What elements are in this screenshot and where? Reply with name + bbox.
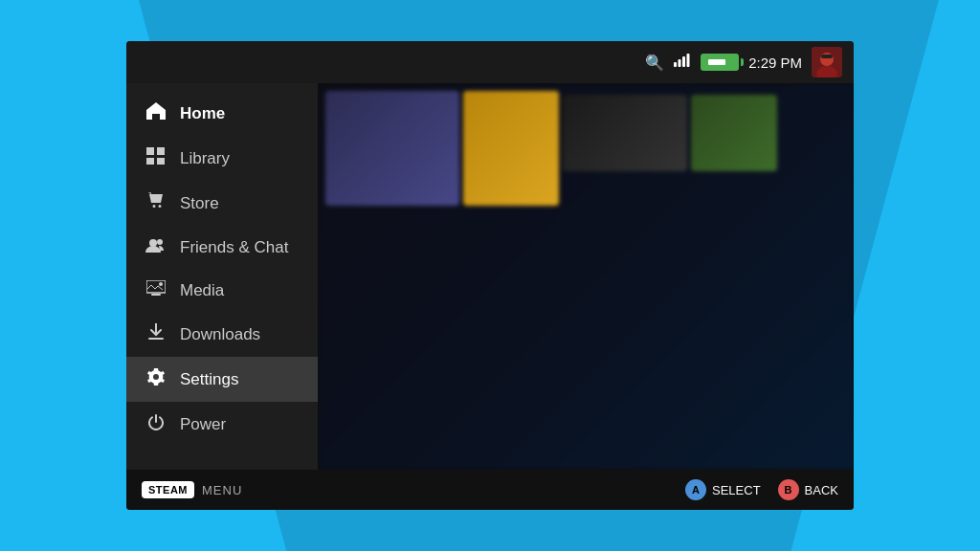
sidebar-item-settings-label: Settings — [180, 370, 238, 389]
svg-point-19 — [159, 282, 163, 286]
status-icons: 🔍 2:29 PM — [645, 47, 842, 77]
select-label: SELECT — [712, 483, 761, 497]
main-content: Home Library — [126, 83, 854, 470]
svg-rect-14 — [146, 158, 154, 165]
b-button[interactable]: B — [778, 479, 799, 500]
signal-icon — [674, 54, 691, 71]
sidebar-item-power-label: Power — [180, 415, 226, 434]
settings-icon — [145, 368, 167, 390]
sidebar-item-power[interactable]: Power — [126, 402, 318, 447]
top-bar: 🔍 2:29 PM — [126, 41, 854, 83]
sidebar-item-downloads-label: Downloads — [180, 325, 260, 344]
select-action[interactable]: A SELECT — [685, 479, 761, 500]
svg-rect-7 — [729, 60, 732, 64]
game-thumbnail-4 — [691, 95, 777, 171]
battery-icon — [701, 54, 739, 71]
time-display: 2:29 PM — [748, 55, 802, 71]
svg-rect-0 — [674, 62, 677, 67]
back-action[interactable]: B BACK — [778, 479, 838, 500]
a-button-label: A — [692, 484, 700, 496]
a-button[interactable]: A — [685, 479, 706, 500]
svg-rect-20 — [151, 294, 161, 296]
game-thumbnail-2 — [463, 91, 559, 206]
svg-rect-2 — [682, 56, 685, 67]
sidebar-item-store[interactable]: Store — [126, 181, 318, 226]
steam-logo: STEAM — [142, 481, 194, 498]
svg-point-16 — [149, 239, 157, 247]
sidebar-item-friends-label: Friends & Chat — [180, 238, 288, 257]
game-thumbnails — [318, 83, 854, 470]
svg-rect-3 — [687, 54, 690, 67]
sidebar-item-store-label: Store — [180, 194, 219, 213]
svg-rect-11 — [821, 55, 833, 58]
sidebar-item-library-label: Library — [180, 149, 230, 168]
home-icon — [145, 102, 167, 124]
sidebar-item-media[interactable]: Media — [126, 269, 318, 312]
b-button-label: B — [785, 484, 792, 496]
friends-icon — [145, 237, 167, 257]
store-icon — [145, 192, 167, 214]
bottom-bar: STEAM MENU A SELECT B BACK — [126, 470, 854, 510]
library-icon — [145, 147, 167, 169]
svg-rect-15 — [157, 158, 165, 165]
sidebar: Home Library — [126, 83, 318, 470]
sidebar-item-home-label: Home — [180, 104, 225, 123]
tv-frame: 🔍 2:29 PM — [126, 41, 854, 510]
power-icon — [145, 413, 167, 435]
steam-menu-badge[interactable]: STEAM MENU — [142, 481, 242, 498]
avatar[interactable] — [812, 47, 842, 77]
sidebar-item-downloads[interactable]: Downloads — [126, 312, 318, 357]
media-icon — [145, 280, 167, 300]
back-label: BACK — [805, 483, 838, 497]
menu-label: MENU — [202, 483, 242, 497]
svg-point-17 — [157, 239, 163, 245]
game-thumbnail-3 — [563, 95, 687, 171]
sidebar-item-media-label: Media — [180, 281, 224, 300]
sidebar-item-library[interactable]: Library — [126, 136, 318, 181]
sidebar-item-friends[interactable]: Friends & Chat — [126, 226, 318, 269]
svg-rect-21 — [148, 338, 164, 340]
sidebar-item-settings[interactable]: Settings — [126, 357, 318, 402]
sidebar-item-home[interactable]: Home — [126, 91, 318, 136]
bottom-actions: A SELECT B BACK — [685, 479, 838, 500]
svg-rect-12 — [146, 147, 154, 155]
downloads-icon — [145, 323, 167, 345]
search-icon[interactable]: 🔍 — [645, 54, 664, 72]
avatar-image — [812, 47, 842, 77]
svg-rect-6 — [708, 59, 725, 65]
svg-rect-13 — [157, 147, 165, 155]
game-thumbnail-1 — [325, 91, 459, 206]
svg-rect-1 — [679, 59, 681, 67]
game-content-area — [318, 83, 854, 470]
